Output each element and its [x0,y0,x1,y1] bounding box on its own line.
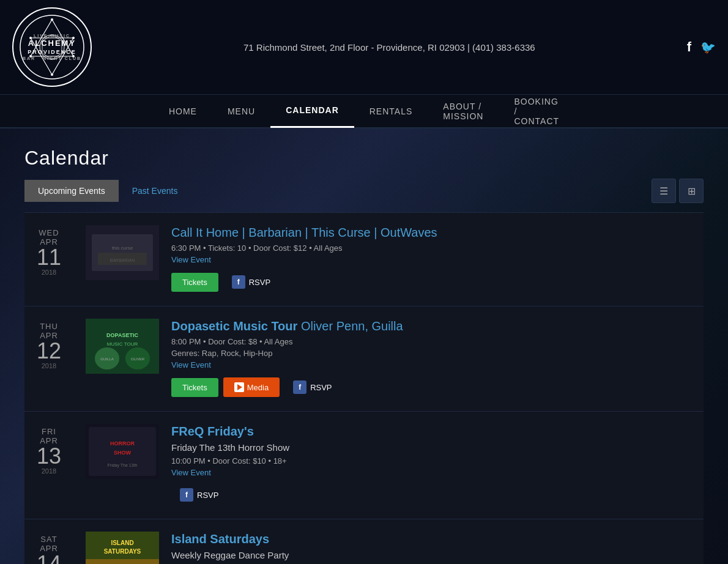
action-buttons: f RSVP [171,483,704,506]
facebook-icon[interactable]: f [687,39,691,55]
view-event-link[interactable]: View Event [171,468,704,477]
thumb-svg: this curse BARBARIAN [86,225,159,280]
action-buttons: Tickets Media f RSVP [171,376,704,399]
event-title: Island Saturdays [171,532,704,546]
nav-calendar[interactable]: CALENDAR [270,94,354,128]
nav-rentals[interactable]: RENTALS [354,94,428,128]
tickets-button[interactable]: Tickets [171,273,218,292]
thumb-placeholder: ISLAND SATURDAYS STARTING SAT. OCT. 7TH … [86,532,159,564]
svg-text:SATURDAYS: SATURDAYS [104,548,141,555]
event-thumbnail: ISLAND SATURDAYS STARTING SAT. OCT. 7TH … [86,532,159,564]
page-title: Calendar [24,147,704,169]
thumb-placeholder: this curse BARBARIAN [86,225,159,280]
event-date: Thu APR 12 2018 [24,319,73,369]
thumb-svg: HORROR SHOW Friday The 13th [86,424,159,479]
svg-text:OLIVER: OLIVER [131,357,145,361]
view-toggles: ☰ ⊞ [652,179,704,203]
nav-about-mission[interactable]: ABOUT / MISSION [428,94,499,128]
event-date: Fri APR 13 2018 [24,424,73,475]
svg-text:SHOW: SHOW [114,450,132,456]
social-icons: f 🐦 [687,39,716,55]
navigation: HOME MENU CALENDAR RENTALS ABOUT / MISSI… [0,95,728,128]
svg-rect-31 [86,559,159,564]
view-event-link[interactable]: View Event [171,360,704,369]
nav-menu[interactable]: MENU [212,94,270,128]
logo-inner: LIVE MUSIC ALCHEMY PROVIDENCE BAR NIGHT … [18,13,86,81]
event-subtitle: Weekly Reggae Dance Party [171,550,704,560]
twitter-icon[interactable]: 🐦 [700,40,716,54]
svg-text:Friday The 13th: Friday The 13th [108,463,138,468]
event-info: FReQ Friday's Friday The 13th Horror Sho… [171,424,704,506]
rsvp-button[interactable]: f RSVP [171,483,227,506]
tab-upcoming-events[interactable]: Upcoming Events [24,180,119,202]
logo-circle: LIVE MUSIC ALCHEMY PROVIDENCE BAR NIGHT … [12,7,92,87]
svg-text:GUILLA: GUILLA [100,357,113,361]
tab-group: Upcoming Events Past Events [24,180,191,202]
events-list: Wed APR 11 2018 this curse BARBARIAN [0,212,728,564]
facebook-rsvp-icon: f [232,275,245,289]
nav-home[interactable]: HOME [154,94,212,128]
event-title: FReQ Friday's [171,424,704,439]
event-title: Call It Home | Barbarian | This Curse | … [171,225,704,240]
grid-view-toggle[interactable]: ⊞ [679,179,704,203]
action-buttons: Tickets f RSVP [171,270,704,294]
thumb-placeholder: HORROR SHOW Friday The 13th [86,424,159,479]
event-card: Sat APR 14 2018 ISLAND SATURDAYS STARTIN… [24,519,704,564]
event-thumbnail: this curse BARBARIAN [86,225,159,280]
facebook-rsvp-icon: f [293,380,306,394]
address: 71 Richmond Street, 2nd Floor - Providen… [92,42,687,53]
svg-point-5 [51,18,53,21]
svg-text:DOPASETIC: DOPASETIC [106,332,138,338]
page-title-area: Calendar [0,128,728,179]
rsvp-button[interactable]: f RSVP [284,376,340,399]
event-meta: 8:00 PM • Door Cost: $8 • All Ages [171,337,704,346]
event-card: Fri APR 13 2018 HORROR SHOW Friday The 1… [24,411,704,519]
svg-text:MUSIC TOUR: MUSIC TOUR [107,341,138,347]
tickets-button[interactable]: Tickets [171,378,218,397]
event-genres: Genres: Rap, Rock, Hip-Hop [171,349,704,358]
thumb-svg: DOPASETIC MUSIC TOUR GUILLA OLIVER [86,319,159,374]
view-event-link[interactable]: View Event [171,255,704,264]
list-view-toggle[interactable]: ☰ [652,179,676,203]
event-info: Island Saturdays Weekly Reggae Dance Par… [171,532,704,564]
header: LIVE MUSIC ALCHEMY PROVIDENCE BAR NIGHT … [0,0,728,95]
event-card: Thu APR 12 2018 DOPASETIC MUSIC TOUR GUI… [24,306,704,411]
svg-text:HORROR: HORROR [110,440,135,447]
event-subtitle: Friday The 13th Horror Show [171,442,704,453]
thumb-svg: ISLAND SATURDAYS STARTING SAT. OCT. 7TH … [86,532,159,564]
event-meta: 6:30 PM • Tickets: 10 • Door Cost: $12 •… [171,243,704,253]
svg-text:BARBARIAN: BARBARIAN [110,258,135,262]
logo-text: LIVE MUSIC ALCHEMY PROVIDENCE BAR NIGHT … [23,33,81,62]
event-thumbnail: HORROR SHOW Friday The 13th [86,424,159,479]
media-button[interactable]: Media [223,377,280,397]
event-thumbnail: DOPASETIC MUSIC TOUR GUILLA OLIVER [86,319,159,374]
tabs-row: Upcoming Events Past Events ☰ ⊞ [0,179,728,212]
event-info: Dopasetic Music Tour Oliver Penn, Guilla… [171,319,704,399]
event-date: Sat APR 14 2018 [24,532,73,564]
rsvp-button[interactable]: f RSVP [223,270,279,294]
logo-area: LIVE MUSIC ALCHEMY PROVIDENCE BAR NIGHT … [12,7,92,87]
event-date: Wed APR 11 2018 [24,225,73,276]
event-card: Wed APR 11 2018 this curse BARBARIAN [24,212,704,306]
svg-text:this curse: this curse [112,245,133,251]
event-meta: 10:00 PM • Door Cost: $10 • 18+ [171,456,704,466]
event-title: Dopasetic Music Tour Oliver Penn, Guilla [171,319,704,333]
svg-text:ISLAND: ISLAND [111,540,133,546]
facebook-rsvp-icon: f [180,488,193,502]
svg-point-8 [51,73,53,76]
media-icon [234,382,244,392]
nav-booking-contact[interactable]: BOOKING / CONTACT [499,94,574,128]
thumb-placeholder: DOPASETIC MUSIC TOUR GUILLA OLIVER [86,319,159,374]
tab-past-events[interactable]: Past Events [119,180,191,202]
event-info: Call It Home | Barbarian | This Curse | … [171,225,704,294]
